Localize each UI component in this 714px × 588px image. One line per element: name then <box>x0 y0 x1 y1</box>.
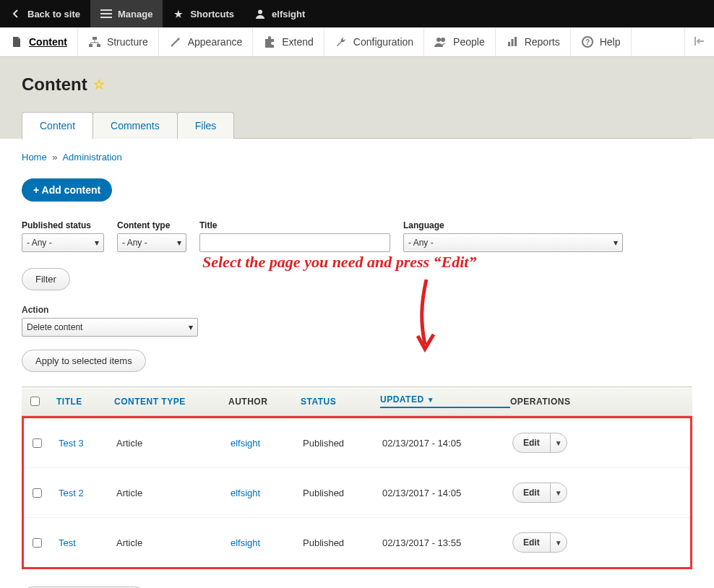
edit-split-button: Edit▼ <box>512 532 567 553</box>
breadcrumb-home[interactable]: Home <box>22 152 47 163</box>
published-status-select[interactable]: - Any - ▾ <box>22 233 104 252</box>
row-author-link[interactable]: elfsight <box>231 537 260 548</box>
filter-language-label: Language <box>403 220 623 230</box>
breadcrumb: Home » Administration <box>22 152 692 163</box>
admin-tab-help-label: Help <box>600 36 621 48</box>
header-title-label: TITLE <box>56 397 82 407</box>
row-updated: 02/13/2017 - 14:05 <box>382 438 512 449</box>
edit-button[interactable]: Edit <box>513 533 550 552</box>
admin-tab-configuration-label: Configuration <box>353 36 413 48</box>
add-content-label: + Add content <box>33 184 100 196</box>
header-author: AUTHOR <box>228 397 301 407</box>
row-author-link[interactable]: elfsight <box>231 438 260 449</box>
svg-rect-6 <box>508 42 510 46</box>
filter-button-label: Filter <box>35 274 56 285</box>
header-status-label: STATUS <box>301 397 336 407</box>
header-status[interactable]: STATUS <box>301 397 380 407</box>
header-title[interactable]: TITLE <box>56 397 114 407</box>
sort-desc-icon: ▼ <box>427 396 434 404</box>
row-title-link[interactable]: Test 3 <box>59 438 84 449</box>
edit-button[interactable]: Edit <box>513 433 550 452</box>
admin-tab-help[interactable]: ? Help <box>571 27 632 56</box>
admin-tab-people[interactable]: People <box>424 27 496 56</box>
content-table-body: Test 3ArticleelfsightPublished02/13/2017… <box>22 416 692 569</box>
row-content-type: Article <box>116 438 231 449</box>
tab-comments-label: Comments <box>111 120 160 131</box>
collapse-toolbar-button[interactable] <box>685 27 714 56</box>
manage-button[interactable]: Manage <box>90 0 163 27</box>
row-status: Published <box>303 488 382 498</box>
add-content-button[interactable]: + Add content <box>22 178 112 202</box>
header-updated[interactable]: UPDATED ▼ <box>380 394 510 408</box>
puzzle-icon <box>263 35 276 48</box>
header-content-type[interactable]: CONTENT TYPE <box>114 397 228 407</box>
help-icon: ? <box>581 35 594 48</box>
action-section: Action Delete content ▾ Apply to selecte… <box>22 305 692 372</box>
shortcuts-label: Shortcuts <box>190 9 234 20</box>
shortcuts-button[interactable]: ★ Shortcuts <box>163 0 244 27</box>
edit-split-button: Edit▼ <box>512 483 567 503</box>
admin-tab-extend[interactable]: Extend <box>253 27 324 56</box>
wand-icon <box>169 35 182 48</box>
row-checkbox[interactable] <box>33 488 42 498</box>
content-type-select[interactable]: - Any - ▾ <box>117 233 186 252</box>
admin-tab-content[interactable]: Content <box>0 27 78 56</box>
admin-tab-reports-label: Reports <box>525 36 560 48</box>
header-author-label: AUTHOR <box>228 397 267 407</box>
table-row: Test 3ArticleelfsightPublished02/13/2017… <box>24 418 690 468</box>
tab-files[interactable]: Files <box>177 112 235 139</box>
document-icon <box>10 35 23 48</box>
language-select[interactable]: - Any - ▾ <box>403 233 623 252</box>
filter-row: Published status - Any - ▾ Content type … <box>22 220 692 252</box>
svg-rect-1 <box>93 37 97 40</box>
row-title-link[interactable]: Test <box>59 537 76 548</box>
back-to-site-label: Back to site <box>27 9 80 20</box>
page-header-region: Content ☆ Content Comments Files <box>0 57 714 139</box>
svg-text:?: ? <box>585 38 590 46</box>
chevron-down-icon: ▾ <box>614 238 618 248</box>
select-all-checkbox[interactable] <box>30 397 40 406</box>
row-title-link[interactable]: Test 2 <box>59 488 84 498</box>
admin-tab-appearance[interactable]: Appearance <box>159 27 254 56</box>
chart-icon <box>506 35 519 48</box>
svg-point-5 <box>441 38 445 42</box>
edit-dropdown-toggle[interactable]: ▼ <box>550 433 567 452</box>
filter-button[interactable]: Filter <box>22 268 70 290</box>
admin-tab-configuration[interactable]: Configuration <box>324 27 424 56</box>
back-to-site-button[interactable]: Back to site <box>0 0 90 27</box>
svg-rect-8 <box>515 37 517 46</box>
user-icon <box>254 8 266 20</box>
favorite-star-icon[interactable]: ☆ <box>93 77 105 92</box>
row-author-link[interactable]: elfsight <box>231 488 260 498</box>
action-select[interactable]: Delete content ▾ <box>22 318 198 337</box>
annotation-text: Select the page you need and press “Edit… <box>202 253 476 272</box>
people-icon <box>434 35 447 48</box>
filter-content-type-label: Content type <box>117 220 186 230</box>
edit-dropdown-toggle[interactable]: ▼ <box>550 483 567 502</box>
row-content-type: Article <box>116 488 231 498</box>
table-row: TestArticleelfsightPublished02/13/2017 -… <box>24 518 690 567</box>
breadcrumb-admin[interactable]: Administration <box>62 152 121 163</box>
filter-published-status-label: Published status <box>22 220 104 230</box>
admin-tab-people-label: People <box>453 36 485 48</box>
row-content-type: Article <box>116 537 231 548</box>
admin-tab-structure[interactable]: Structure <box>78 27 159 56</box>
row-checkbox[interactable] <box>33 438 42 448</box>
svg-point-4 <box>436 38 441 42</box>
edit-split-button: Edit▼ <box>512 433 567 453</box>
tab-files-label: Files <box>195 120 217 131</box>
admin-tab-reports[interactable]: Reports <box>496 27 571 56</box>
tab-comments[interactable]: Comments <box>93 112 178 139</box>
select-all-column <box>27 394 56 408</box>
chevron-down-icon: ▾ <box>189 322 193 332</box>
filter-published-status: Published status - Any - ▾ <box>22 220 104 252</box>
secondary-tabs: Content Comments Files <box>22 112 692 139</box>
title-input[interactable] <box>199 233 390 252</box>
edit-button[interactable]: Edit <box>513 483 550 502</box>
user-menu-button[interactable]: elfsight <box>244 0 315 27</box>
tab-content[interactable]: Content <box>22 112 93 139</box>
apply-selected-top-button[interactable]: Apply to selected items <box>22 350 146 372</box>
row-checkbox[interactable] <box>33 538 42 548</box>
edit-dropdown-toggle[interactable]: ▼ <box>550 533 567 552</box>
hamburger-icon <box>100 8 112 20</box>
